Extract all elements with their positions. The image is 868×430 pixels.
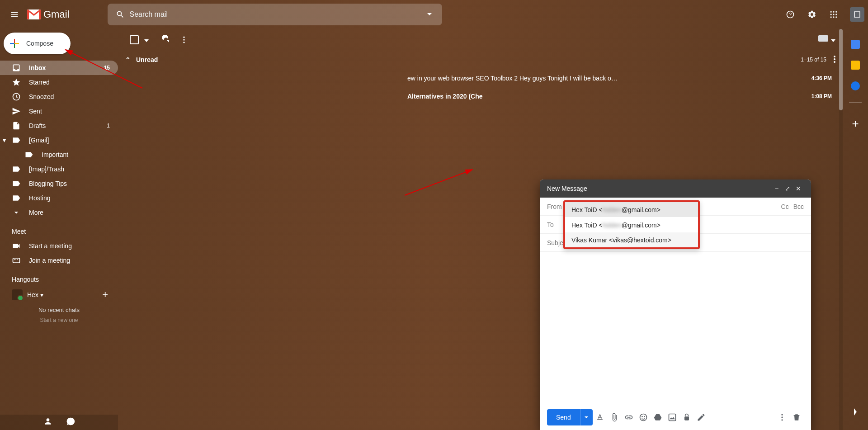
send-options-dropdown[interactable] [580,409,593,425]
svg-point-10 [835,14,837,15]
mail-row[interactable]: Alternatives in 2020 (Che 1:08 PM [118,87,843,105]
drive-button[interactable] [651,410,665,425]
join-meeting[interactable]: Join a meeting [0,253,118,268]
search-bar[interactable] [108,4,442,25]
keyboard-icon [12,256,21,265]
nav-snoozed[interactable]: Snoozed [0,90,118,104]
collapse-panel-button[interactable] [846,403,864,421]
header: Gmail ? [0,0,868,29]
svg-rect-16 [13,258,20,263]
select-all-checkbox[interactable] [125,31,143,49]
avatar-icon [853,10,861,19]
discard-button[interactable] [789,410,804,425]
nav-important[interactable]: Important [0,147,118,162]
get-addons-button[interactable]: + [846,114,864,132]
nav-drafts[interactable]: Drafts1 [0,118,118,133]
from-option[interactable]: Hex ToiD <hidden@gmail.com> [565,217,698,232]
new-hangout-button[interactable]: + [102,289,108,301]
keep-addon[interactable] [851,61,860,70]
star-icon [12,78,21,87]
formatting-button[interactable] [593,410,607,425]
tasks-addon[interactable] [851,81,860,90]
compose-titlebar[interactable]: New Message − ⤢ ✕ [540,180,811,198]
settings-button[interactable] [803,5,821,24]
fullscreen-button[interactable]: ⤢ [782,185,793,192]
nav-hosting[interactable]: Hosting [0,191,118,205]
label-icon [24,150,33,159]
svg-point-7 [835,11,837,13]
unread-section[interactable]: ⌃ Unread 1–15 of 15 [118,51,843,69]
bcc-link[interactable]: Bcc [793,203,804,210]
hangouts-tab[interactable] [66,417,75,428]
search-input[interactable] [129,10,420,19]
cc-link[interactable]: Cc [781,203,789,210]
photo-button[interactable] [665,410,679,425]
svg-rect-31 [669,414,675,421]
side-panel: + [843,29,868,430]
main-menu-button[interactable] [4,4,25,25]
caret-down-icon [427,13,432,16]
attach-button[interactable] [607,410,622,425]
from-option[interactable]: Hex ToiD <hidden@gmail.com> [565,202,698,217]
more-vert-icon [778,413,787,422]
pen-icon [697,413,706,422]
main-content: ⌃ Unread 1–15 of 15 ew in your web brows… [118,29,843,430]
image-icon [668,413,677,422]
nav-more[interactable]: More [0,205,118,220]
apps-icon [829,10,838,19]
svg-point-29 [642,416,643,417]
more-vert-icon [179,35,189,44]
support-button[interactable]: ? [781,5,799,24]
inbox-icon [12,63,21,72]
drive-icon [653,413,662,422]
hangouts-user[interactable]: Hex ▾ + [0,287,118,303]
signature-button[interactable] [694,410,708,425]
svg-point-26 [834,58,835,60]
search-options-dropdown[interactable] [420,13,439,16]
compose-more-button[interactable] [775,410,789,425]
nav-imap-trash[interactable]: [Imap]/Trash [0,162,118,176]
minimize-button[interactable]: − [771,185,782,192]
trash-icon [792,413,801,422]
svg-point-23 [183,42,184,43]
svg-rect-18 [15,260,16,260]
clock-icon [12,92,21,101]
from-option[interactable]: Vikas Kumar <vikas@hextoid.com> [565,232,698,247]
mail-row[interactable]: ew in your web browser SEO Toolbox 2 Hey… [118,69,843,87]
close-button[interactable]: ✕ [793,185,804,192]
nav-starred[interactable]: Starred [0,75,118,90]
svg-rect-17 [14,260,15,260]
svg-point-6 [833,11,834,13]
nav-sent[interactable]: Sent [0,104,118,118]
svg-point-28 [640,414,646,421]
hangouts-section-header: Hangouts [0,276,118,283]
apps-button[interactable] [825,5,843,24]
scrollbar[interactable] [839,29,843,430]
svg-point-20 [46,418,49,421]
input-tools-dropdown[interactable] [831,36,835,44]
more-button[interactable] [175,31,193,49]
compose-button[interactable]: Compose [4,33,71,54]
search-icon [111,5,129,24]
send-button[interactable]: Send [547,409,580,425]
nav-inbox[interactable]: Inbox 15 [0,61,118,75]
svg-point-27 [834,61,835,63]
confidential-button[interactable] [679,410,694,425]
contacts-tab[interactable] [43,417,52,428]
input-tools-button[interactable] [818,35,828,44]
emoji-button[interactable] [636,410,651,425]
calendar-addon[interactable] [851,40,860,49]
hangouts-empty-2: Start a new one [0,317,118,323]
gmail-logo[interactable]: Gmail [27,9,69,20]
nav-blogging-tips[interactable]: Blogging Tips [0,176,118,191]
link-button[interactable] [622,410,636,425]
svg-rect-2 [39,9,41,19]
select-dropdown[interactable] [144,36,149,44]
svg-point-21 [183,37,184,38]
nav-gmail-folder[interactable]: ▾[Gmail] [0,133,118,147]
section-menu[interactable] [834,56,835,64]
meet-section-header: Meet [0,228,118,235]
start-meeting[interactable]: Start a meeting [0,239,118,253]
refresh-button[interactable] [157,31,175,49]
account-avatar[interactable] [850,7,864,22]
